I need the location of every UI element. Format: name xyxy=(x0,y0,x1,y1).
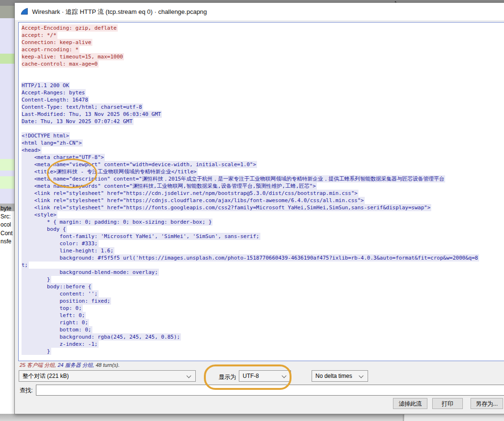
background-packet-row-green xyxy=(0,176,14,189)
stream-line: <meta charset="UTF-8"> xyxy=(22,154,479,161)
stream-line: Last-Modified: Thu, 13 Nov 2025 06:03:40… xyxy=(22,111,479,118)
background-packet-list xyxy=(0,18,14,204)
stream-line: keep-alive: timeout=15, max=1000 xyxy=(22,53,479,60)
find-input[interactable] xyxy=(36,385,504,396)
stream-line: Content-Type: text/html; charset=utf-8 xyxy=(22,103,479,111)
stream-line: <link rel="stylesheet" href="https://cdn… xyxy=(22,197,479,204)
save-as-button[interactable]: 另存为... xyxy=(470,398,503,409)
stream-line: background-blend-mode: overlay; xyxy=(22,269,479,276)
stream-line: z-index: -1; xyxy=(22,341,479,348)
stream-line: Date: Thu, 13 Nov 2025 07:07:42 GMT xyxy=(22,118,479,125)
stream-line: cache-control: max-age=0 xyxy=(22,60,479,68)
stream-line: <link rel="stylesheet" href="https://cdn… xyxy=(22,190,479,197)
stream-line: background: #f5f5f5 url('https://images.… xyxy=(22,254,479,262)
stream-line: line-height: 1.6; xyxy=(22,247,479,254)
background-text-fragment: Src: xyxy=(0,213,11,220)
stream-line: HTTP/1.1 200 OK xyxy=(22,82,479,89)
stream-stats: 25 客户端 分组, 24 服务器 分组, 48 turn(s). xyxy=(20,362,120,369)
stream-line: content: ''; xyxy=(22,290,479,297)
stream-line: background: rgba(245, 245, 245, 0.85); xyxy=(22,333,479,341)
stream-line: <link rel="stylesheet" href="https://fon… xyxy=(22,204,479,211)
stream-line: <meta name="keywords" content="渊恒科技,工业物联… xyxy=(22,182,479,190)
stream-line: accept: */* xyxy=(22,32,479,39)
conversation-select[interactable]: 整个对话 (221 kB) xyxy=(19,370,196,382)
stream-line: color: #333; xyxy=(22,240,479,247)
stats-segment: 25 客户端 分组, xyxy=(20,362,57,368)
background-text-fragment: Cont xyxy=(0,230,12,237)
stream-line xyxy=(22,125,479,132)
background-text-fragment: nsfe xyxy=(0,238,11,245)
background-text-fragment: ocol xyxy=(0,221,11,228)
stream-line: body::before { xyxy=(22,283,479,290)
stream-line: <meta name="viewport" content="width=dev… xyxy=(22,161,479,168)
stream-line: Accept-Ranges: bytes xyxy=(22,89,479,96)
stream-line: <title>渊恒科技 - 专注工业物联网领域的专精特新企业</title> xyxy=(22,168,479,175)
stream-line: body { xyxy=(22,226,479,233)
stream-line: <head> xyxy=(22,147,479,154)
stats-segment: 48 turn(s). xyxy=(96,362,120,368)
stream-line: font-family: 'Microsoft YaHei', 'SimHei'… xyxy=(22,233,479,240)
stream-line: t; xyxy=(22,262,479,269)
stream-line: right: 0; xyxy=(22,319,479,326)
stream-content: Accept-Encoding: gzip, deflateaccept: */… xyxy=(22,24,479,355)
stream-line: <style> xyxy=(22,211,479,218)
follow-stream-dialog: Wireshark · 追踪 HTTP 流 (tcp.stream eq 0) … xyxy=(14,2,504,414)
background-text-fragment: byte xyxy=(0,205,11,212)
stream-line: Connection: keep-alive xyxy=(22,39,479,46)
stream-line: Content-Length: 16478 xyxy=(22,96,479,103)
stream-line: } xyxy=(22,276,479,283)
dialog-title: Wireshark · 追踪 HTTP 流 (tcp.stream eq 0) … xyxy=(32,8,207,16)
stream-line: <meta name="description" content="渊恒科技，2… xyxy=(22,175,479,182)
stream-line: top: 0; xyxy=(22,305,479,312)
wireshark-fin-icon xyxy=(21,8,28,15)
print-button[interactable]: 打印 xyxy=(432,398,463,409)
stream-line: left: 0; xyxy=(22,312,479,319)
screen: byteSrc:ocolContnsfe Wireshark · 追踪 HTTP… xyxy=(0,0,504,421)
chevron-down-icon xyxy=(282,374,287,378)
stream-line: accept-rncoding: * xyxy=(22,46,479,53)
background-packet-row-green xyxy=(0,159,14,171)
background-toolbar-strip xyxy=(0,6,14,18)
stream-line: <html lang="zh-CN"> xyxy=(22,139,479,147)
show-as-select[interactable]: UTF-8 xyxy=(239,370,291,382)
stream-line: <!DOCTYPE html> xyxy=(22,132,479,139)
background-hscrollbar[interactable] xyxy=(0,414,504,421)
stream-line: bottom: 0; xyxy=(22,326,479,333)
show-as-label: 显示为 xyxy=(219,373,236,381)
delta-times-select[interactable]: No delta times xyxy=(312,370,368,382)
stream-line: position: fixed; xyxy=(22,297,479,305)
background-packet-row-green xyxy=(0,54,14,64)
stream-line: } xyxy=(22,348,479,355)
stream-line xyxy=(22,68,479,75)
chevron-down-icon xyxy=(187,374,191,378)
dialog-titlebar[interactable]: Wireshark · 追踪 HTTP 流 (tcp.stream eq 0) … xyxy=(15,3,504,20)
stream-line: Accept-Encoding: gzip, deflate xyxy=(22,24,479,32)
find-label: 查找: xyxy=(20,387,33,395)
chevron-down-icon xyxy=(359,374,364,378)
filter-out-stream-button[interactable]: 滤掉此流 xyxy=(393,398,427,409)
stats-segment: 24 服务器 分组, xyxy=(57,362,95,368)
stream-line: * { margin: 0; padding: 0; box-sizing: b… xyxy=(22,218,479,226)
stream-text-view[interactable]: Accept-Encoding: gzip, deflateaccept: */… xyxy=(18,22,504,361)
stream-line xyxy=(22,75,479,82)
